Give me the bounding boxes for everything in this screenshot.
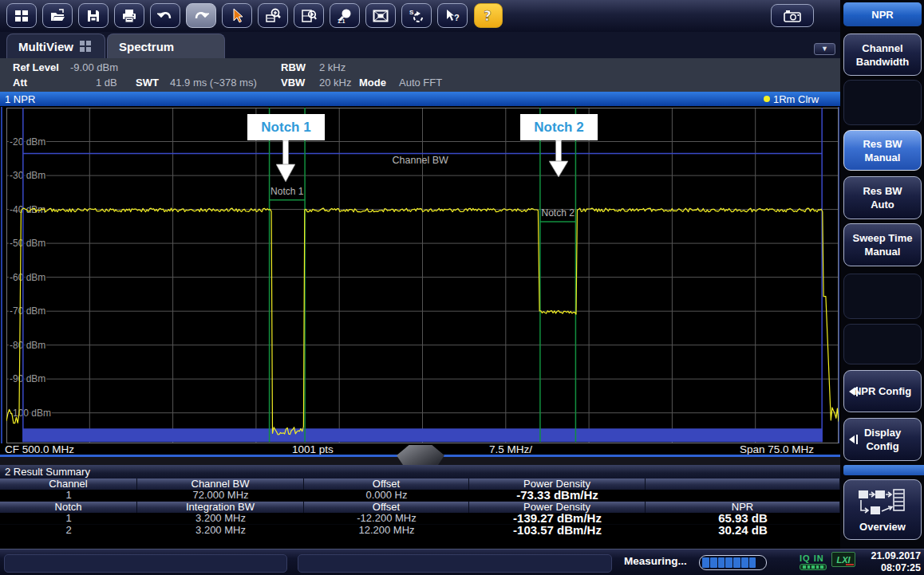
multiview-grid-icon (80, 41, 91, 52)
cell-offset: -12.200 MHz (304, 513, 469, 524)
softkey-res-bw-auto[interactable]: Res BW Auto (843, 176, 922, 219)
window-left-border (1, 107, 2, 456)
svg-text:-20 dBm: -20 dBm (10, 136, 45, 148)
redo-button[interactable] (186, 3, 216, 28)
overview-flowchart-icon (858, 489, 907, 518)
cell-notch: 1 (0, 513, 137, 524)
softkey-empty (843, 274, 922, 319)
sidebar-separator (843, 465, 924, 475)
softkey-res-bw-manual[interactable]: Res BW Manual (843, 130, 922, 171)
col-header: Offset (304, 502, 469, 513)
cell-channel-bw: 72.000 MHz (137, 490, 304, 501)
main-toolbar: 1:1 S ? ? (0, 0, 840, 32)
date-time: 21.09.2017 08:07:25 (859, 550, 921, 574)
softkey-label: Channel Bandwidth (851, 41, 914, 69)
svg-text:-60 dBm: -60 dBm (10, 272, 45, 283)
status-message-panel (298, 554, 612, 573)
spectrum-analyzer-screen: 1:1 S ? ? (0, 0, 924, 575)
context-help-button[interactable]: ? (437, 3, 468, 28)
redo-icon (193, 8, 209, 24)
zoom-1to1-button[interactable]: 1:1 (330, 3, 360, 28)
softkey-label: Res BW Manual (851, 137, 914, 164)
windows-button[interactable] (6, 3, 37, 28)
display-fit-button[interactable] (365, 3, 396, 28)
col-header: NPR (646, 502, 840, 513)
col-header: Channel (0, 479, 137, 490)
print-button[interactable] (114, 3, 144, 28)
ref-level-value: -9.00 dBm (70, 61, 118, 73)
lxi-badge: LXI (831, 552, 855, 567)
notch1-arrow-down-icon (276, 140, 295, 183)
channel-data-row: 1 72.000 MHz 0.000 Hz -73.33 dBm/Hz (0, 490, 840, 501)
select-button[interactable] (222, 3, 252, 28)
softkey-sweep-time-manual[interactable]: Sweep Time Manual (843, 223, 922, 266)
zoom-icon (265, 8, 281, 24)
split-zoom-button[interactable] (294, 3, 324, 28)
save-button[interactable] (78, 3, 109, 28)
result-summary-bottom (0, 536, 840, 549)
svg-text:-70 dBm: -70 dBm (10, 305, 45, 317)
overview-button[interactable]: Overview (843, 479, 922, 540)
open-dialog-icon (849, 435, 859, 444)
status-bar (0, 549, 924, 575)
svg-text:-30 dBm: -30 dBm (10, 170, 45, 181)
svg-text:Notch 1: Notch 1 (270, 186, 304, 197)
softkey-menu-title: NPR (871, 9, 893, 21)
tab-spectrum[interactable]: Spectrum (107, 33, 225, 58)
softkey-npr-config[interactable]: NPR Config (843, 370, 922, 412)
split-zoom-icon (301, 8, 317, 24)
help-button[interactable]: ? (474, 3, 503, 28)
scale-per-division: 7.5 MHz/ (489, 443, 532, 455)
svg-text:1:1: 1:1 (338, 18, 346, 24)
cell-power-density: -73.33 dBm/Hz (469, 490, 646, 501)
svg-text:-90 dBm: -90 dBm (10, 373, 45, 384)
tab-dropdown-button[interactable]: ▼ (814, 43, 835, 55)
tab-multiview[interactable]: MultiView (6, 33, 105, 58)
open-button[interactable] (42, 3, 73, 28)
swt-value: 41.9 ms (~378 ms) (170, 77, 257, 89)
softkey-empty (843, 80, 922, 125)
chart-title-bar: 1 NPR (0, 92, 840, 106)
svg-text:Notch 2: Notch 2 (542, 207, 575, 219)
notch-data-row: 1 3.200 MHz -12.200 MHz -139.27 dBm/Hz 6… (0, 513, 840, 524)
continuous-sweep-icon: S (409, 8, 424, 24)
softkey-label: Display Config (851, 426, 914, 453)
svg-text:-100 dBm: -100 dBm (10, 408, 51, 419)
tab-bar: MultiView Spectrum ▼ (0, 32, 840, 58)
softkey-empty (843, 324, 922, 364)
result-summary-title: 2 Result Summary (5, 466, 90, 478)
center-frequency: CF 500.0 MHz (5, 443, 74, 455)
result-summary-title-bar: 2 Result Summary (0, 465, 840, 479)
display-fit-icon (373, 8, 389, 24)
cell-offset: 12.200 MHz (304, 525, 469, 536)
cell-npr: 65.93 dB (646, 513, 840, 524)
zoom-button[interactable] (258, 3, 288, 28)
zoom-1to1-icon: 1:1 (337, 8, 353, 24)
svg-text:?: ? (484, 8, 492, 24)
trace-color-dot (764, 96, 770, 102)
undo-icon (157, 8, 173, 24)
continuous-sweep-button[interactable]: S (401, 3, 432, 28)
vbw-value: 20 kHz (319, 77, 351, 89)
softkey-label: NPR Config (854, 384, 911, 398)
print-icon (121, 8, 137, 24)
overview-label: Overview (859, 520, 906, 534)
softkey-display-config[interactable]: Display Config (843, 418, 922, 461)
date: 21.09.2017 (859, 550, 921, 562)
col-header: Channel BW (137, 479, 304, 490)
undo-button[interactable] (150, 3, 180, 28)
swt-label: SWT (136, 77, 159, 89)
cell-power-density: -139.27 dBm/Hz (469, 513, 646, 524)
col-header: Offset (304, 479, 469, 490)
mode-value: Auto FFT (399, 77, 442, 89)
mode-label: Mode (359, 77, 386, 89)
screenshot-button[interactable] (771, 4, 814, 27)
softkey-channel-bandwidth[interactable]: Channel Bandwidth (843, 33, 922, 76)
att-value: 1 dB (96, 77, 117, 89)
att-label: Att (13, 77, 27, 89)
svg-text:Channel BW: Channel BW (393, 155, 448, 166)
softkey-label: Res BW Auto (851, 184, 914, 211)
notch-data-row: 2 3.200 MHz 12.200 MHz -103.57 dBm/Hz 30… (0, 525, 840, 536)
vbw-label: VBW (281, 77, 305, 89)
col-header: Integration BW (137, 502, 304, 513)
